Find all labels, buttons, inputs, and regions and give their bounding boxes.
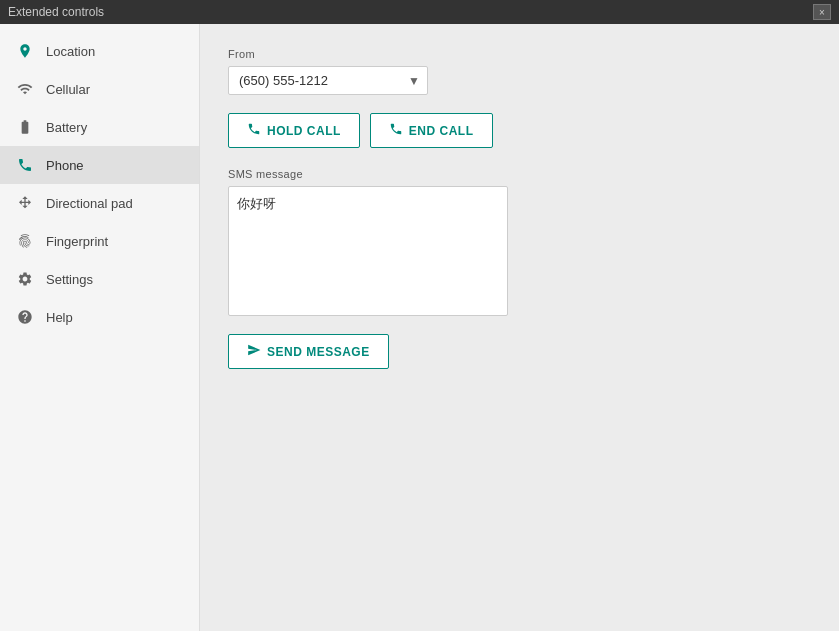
sidebar-item-directional-pad[interactable]: Directional pad: [0, 184, 199, 222]
sidebar-item-battery[interactable]: Battery: [0, 108, 199, 146]
end-call-icon: [389, 122, 403, 139]
title-bar: Extended controls ×: [0, 0, 839, 24]
sidebar-item-settings[interactable]: Settings: [0, 260, 199, 298]
sidebar-item-settings-label: Settings: [46, 272, 93, 287]
sms-textarea[interactable]: 你好呀: [228, 186, 508, 316]
sms-label: SMS message: [228, 168, 811, 180]
sidebar-item-fingerprint-label: Fingerprint: [46, 234, 108, 249]
send-message-label: SEND MESSAGE: [267, 345, 370, 359]
location-icon: [16, 42, 34, 60]
sidebar-item-directional-pad-label: Directional pad: [46, 196, 133, 211]
sidebar-item-help[interactable]: Help: [0, 298, 199, 336]
hold-call-button[interactable]: HOLD CALL: [228, 113, 360, 148]
fingerprint-icon: [16, 232, 34, 250]
settings-icon: [16, 270, 34, 288]
title-bar-text: Extended controls: [8, 5, 104, 19]
help-icon: [16, 308, 34, 326]
sidebar-item-location-label: Location: [46, 44, 95, 59]
directional-pad-icon: [16, 194, 34, 212]
content-area: From (650) 555-1212 ▼ HOLD CALL END CALL…: [200, 24, 839, 631]
phone-icon: [16, 156, 34, 174]
from-select-wrapper: (650) 555-1212 ▼: [228, 66, 428, 95]
from-select[interactable]: (650) 555-1212: [228, 66, 428, 95]
close-button[interactable]: ×: [813, 4, 831, 20]
sidebar-item-phone-label: Phone: [46, 158, 84, 173]
sidebar-item-battery-label: Battery: [46, 120, 87, 135]
call-buttons: HOLD CALL END CALL: [228, 113, 811, 148]
sidebar-item-phone[interactable]: Phone: [0, 146, 199, 184]
send-message-button[interactable]: SEND MESSAGE: [228, 334, 389, 369]
sidebar-item-fingerprint[interactable]: Fingerprint: [0, 222, 199, 260]
sidebar-item-location[interactable]: Location: [0, 32, 199, 70]
end-call-button[interactable]: END CALL: [370, 113, 493, 148]
battery-icon: [16, 118, 34, 136]
main-container: Location Cellular Battery Phone: [0, 24, 839, 631]
from-label: From: [228, 48, 811, 60]
end-call-label: END CALL: [409, 124, 474, 138]
hold-call-icon: [247, 122, 261, 139]
cellular-icon: [16, 80, 34, 98]
sidebar-item-cellular[interactable]: Cellular: [0, 70, 199, 108]
send-message-icon: [247, 343, 261, 360]
sidebar-item-cellular-label: Cellular: [46, 82, 90, 97]
sidebar: Location Cellular Battery Phone: [0, 24, 200, 631]
hold-call-label: HOLD CALL: [267, 124, 341, 138]
sidebar-item-help-label: Help: [46, 310, 73, 325]
